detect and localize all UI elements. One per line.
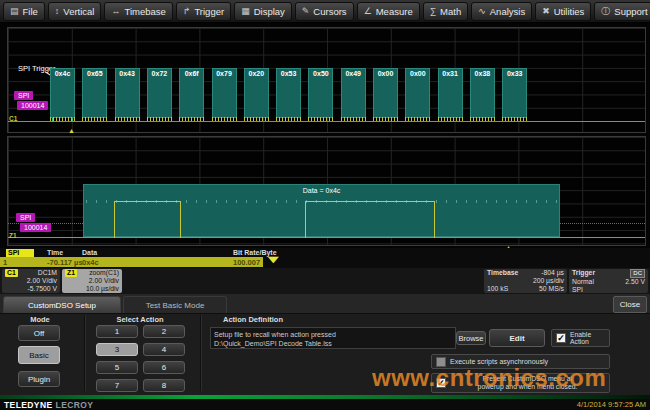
timebase-title: Timebase (487, 269, 518, 277)
action-button-6[interactable]: 6 (143, 361, 185, 374)
menu-item-measure[interactable]: ∠Measure (357, 2, 420, 21)
enable-action-checkbox[interactable] (556, 333, 566, 343)
c1-descriptor[interactable]: C1DC1M 2.00 V/div -5.7500 V (2, 269, 60, 293)
c1-clock-burst (405, 117, 430, 121)
spi-channel-badge-id[interactable]: 100014 (17, 101, 48, 110)
trigger-descriptor[interactable]: TriggerDC Normal2.50 V SPI (569, 269, 648, 293)
mode-off-button[interactable]: Off (18, 325, 60, 341)
menu-item-utilities[interactable]: ✖Utilities (535, 2, 591, 21)
spi-channel-badge[interactable]: SPI (14, 91, 33, 100)
section-divider (200, 315, 201, 391)
trigger-level: 2.50 V (625, 278, 645, 286)
menu-item-label: Analysis (490, 6, 525, 17)
action-button-8[interactable]: 8 (143, 379, 185, 392)
spi-packet: 0x33 (502, 68, 527, 118)
c1-clock-burst (276, 117, 301, 121)
table-row[interactable]: 1 -70.117 µs 0x4c 100.007 kb/s (0, 257, 263, 267)
menu-item-label: Vertical (63, 6, 94, 17)
menu-item-label: Display (254, 6, 285, 17)
spi-packet: 0x65 (82, 68, 107, 118)
action-button-3[interactable]: 3 (96, 343, 138, 356)
z1-pulse (114, 201, 181, 238)
execute-scripts-checkbox[interactable] (436, 357, 446, 367)
tab-test-basic-mode[interactable]: Test Basic Mode (123, 296, 227, 313)
execute-scripts-checkbox-group[interactable]: Execute scripts asynchronously (431, 354, 610, 369)
z1-axis-marker[interactable]: Z1 (9, 232, 17, 239)
c1-scale: 2.00 V/div (5, 277, 57, 285)
present-menu-checkbox[interactable] (436, 378, 446, 388)
action-button-2[interactable]: 2 (143, 325, 185, 338)
descriptor-bar: C1DC1M 2.00 V/div -5.7500 V Z1zoom(C1) 2… (0, 268, 650, 294)
decoded-data-label: Data = 0x4c (84, 187, 559, 194)
spi-channel-badge-id[interactable]: 100014 (20, 223, 51, 232)
edit-button[interactable]: Edit (489, 329, 545, 347)
menu-item-cursors[interactable]: ✎Cursors (295, 2, 354, 21)
present-menu-checkbox-group[interactable]: Present CustomDSO menu at powerup and wh… (431, 373, 610, 393)
col-header-data: Data (82, 249, 97, 256)
tab-customdso-setup[interactable]: CustomDSO Setup (3, 296, 121, 313)
menu-item-label: File (23, 6, 38, 17)
action-button-7[interactable]: 7 (96, 379, 138, 392)
menu-item-label: Trigger (194, 6, 224, 17)
browse-button[interactable]: Browse (456, 331, 486, 345)
file-icon: ▤ (10, 6, 19, 16)
spi-packet-hex-label: 0x43 (116, 70, 139, 77)
trigger-mode: Normal (572, 278, 594, 286)
trigger-source: SPI (572, 286, 583, 293)
menu-item-trigger[interactable]: ↱Trigger (176, 2, 231, 21)
menu-item-display[interactable]: ▦Display (234, 2, 292, 21)
trigger-title: Trigger (572, 269, 595, 278)
cursor-pencil-icon: ✎ (302, 6, 310, 16)
timebase-offset: -804 µs (541, 269, 564, 277)
trigger-position-marker[interactable]: ▲ (68, 127, 75, 134)
math-icon: ∑ (430, 6, 436, 16)
z1-descriptor[interactable]: Z1zoom(C1) 2.00 V/div 10.0 µs/div (62, 269, 122, 293)
spi-packet-hex-label: 0x53 (277, 70, 300, 77)
menu-item-label: Timebase (124, 6, 165, 17)
spi-packet-hex-label: 0x00 (406, 70, 429, 77)
spi-packet-hex-label: 0x20 (245, 70, 268, 77)
c1-axis-marker[interactable]: C1 (9, 115, 17, 122)
spi-packet: 0x00 (405, 68, 430, 118)
menu-item-analysis[interactable]: ∿Analysis (471, 2, 532, 21)
scroll-down-arrow-icon[interactable]: ▼ (264, 254, 283, 265)
menu-item-timebase[interactable]: ↔Timebase (104, 2, 172, 21)
mode-plugin-button[interactable]: Plugin (18, 371, 60, 387)
timebase-descriptor[interactable]: Timebase-804 µs 200 µs/div 100 kS50 MS/s (484, 269, 567, 293)
oscilloscope-app: ▤File↕Vertical↔Timebase↱Trigger▦Display✎… (0, 0, 650, 410)
spi-packet-hex-label: 0x72 (148, 70, 171, 77)
spi-packet-hex-label: 0x33 (503, 70, 526, 77)
brand-logo: TELEDYNELECROY (4, 400, 93, 410)
analysis-wave-icon: ∿ (478, 6, 486, 16)
measure-icon: ∠ (364, 6, 372, 16)
present-menu-label-line2: powerup and when menu closed. (478, 383, 578, 390)
trigger-edge-icon: ↱ (183, 6, 191, 16)
menu-item-label: Math (440, 6, 461, 17)
action-button-4[interactable]: 4 (143, 343, 185, 356)
menu-item-math[interactable]: ∑Math (423, 2, 469, 21)
spi-packet: 0x72 (147, 68, 172, 118)
enable-action-label: Enable Action (570, 331, 605, 345)
c1-trace-baseline (8, 121, 645, 122)
spi-channel-badge[interactable]: SPI (16, 213, 35, 222)
close-button[interactable]: Close (613, 296, 647, 313)
action-button-5[interactable]: 5 (96, 361, 138, 374)
spi-packet-hex-label: 0x6f (180, 70, 203, 77)
spi-packet-hex-label: 0x31 (439, 70, 462, 77)
timebase-scale: 200 µs/div (487, 277, 564, 285)
horizontal-arrows-icon: ↔ (111, 6, 120, 16)
timebase-samples: 100 kS (487, 285, 508, 293)
setup-file-field[interactable]: Setup file to recall when action pressed… (210, 327, 456, 349)
menu-item-support[interactable]: ⓘSupport (594, 2, 650, 21)
c1-clock-burst (438, 117, 463, 121)
menu-item-label: Support (614, 6, 647, 17)
enable-action-checkbox-group[interactable]: Enable Action (551, 329, 610, 347)
menu-item-vertical[interactable]: ↕Vertical (48, 2, 102, 21)
action-button-1[interactable]: 1 (96, 325, 138, 338)
mode-basic-button[interactable]: Basic (18, 346, 60, 364)
spi-packet: 0x4c (50, 68, 75, 118)
menu-item-file[interactable]: ▤File (3, 2, 45, 21)
menu-item-label: Utilities (554, 6, 585, 17)
c1-badge: C1 (5, 269, 18, 277)
dialog-body: Mode Off Basic Plugin Select Action 1234… (0, 313, 650, 395)
